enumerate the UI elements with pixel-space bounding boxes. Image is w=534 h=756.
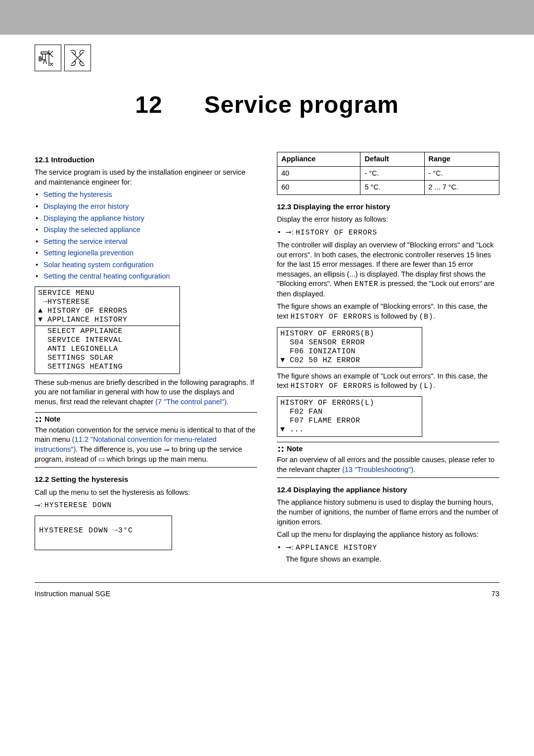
- note-icon: [35, 416, 42, 423]
- cmd-hysterese: HYSTERESE DOWN: [44, 501, 112, 509]
- lcd-service-bottom: SELECT APPLIANCE SERVICE INTERVAL ANTI L…: [38, 327, 123, 371]
- key-icon: ⊸: [164, 445, 170, 455]
- link-legionella[interactable]: Setting legionella prevention: [44, 249, 134, 257]
- link-solar[interactable]: Solar heating system configuration: [44, 261, 153, 269]
- apphist-p1: The appliance history submenu is used to…: [277, 498, 499, 527]
- errhist-desc: The controller will display an overview …: [277, 240, 499, 299]
- key-icon: ⊸: [286, 228, 292, 237]
- errhist-intro: Display the error history as follows:: [277, 215, 499, 225]
- note-label: Note: [287, 444, 303, 454]
- lcd-service-top: SERVICE MENU →HYSTERESE ▲ HISTORY OF ERR…: [38, 289, 128, 324]
- heading-12-3: 12.3 Displaying the error history: [277, 202, 499, 212]
- heading-12-1: 12.1 Introduction: [35, 155, 257, 165]
- link-hysteresis[interactable]: Setting the hysteresis: [44, 190, 112, 198]
- key-icon: ⊸: [35, 501, 41, 510]
- enter-label: ENTER: [355, 280, 379, 288]
- hysteresis-intro: Call up the menu to set the hysteresis a…: [35, 488, 257, 498]
- th-appliance: Appliance: [277, 152, 360, 167]
- list-item: Solar heating system configuration: [35, 260, 257, 270]
- table-row: Appliance Default Range: [277, 152, 499, 167]
- content-columns: 12.1 Introduction The service program is…: [0, 148, 534, 582]
- list-item: Setting the hysteresis: [35, 190, 257, 200]
- errhist-lock-desc: The figure shows an example of "Lock out…: [277, 372, 499, 391]
- button-icon: ▭: [98, 455, 105, 464]
- list-item: Displaying the error history: [35, 202, 257, 212]
- list-item: ⊸: HISTORY OF ERRORS: [277, 228, 499, 238]
- th-range: Range: [424, 152, 499, 167]
- heading-12-4: 12.4 Displaying the appliance history: [277, 485, 499, 495]
- chapter-name: Service program: [204, 92, 399, 118]
- chapter-title: 12 Service program: [0, 91, 534, 118]
- note-notation: Note The notation convention for the ser…: [35, 412, 257, 468]
- table-row: 40 - °C. - °C.: [277, 166, 499, 181]
- errhist-block-desc: The figure shows an example of "Blocking…: [277, 302, 499, 322]
- list-item: Setting the central heating configuratio…: [35, 272, 257, 282]
- left-column: 12.1 Introduction The service program is…: [35, 148, 257, 567]
- note-label: Note: [44, 415, 60, 425]
- link-selected-appliance[interactable]: Display the selected appliance: [44, 226, 140, 234]
- hysteresis-cmd: ⊸: HYSTERESE DOWN: [35, 500, 257, 511]
- table-row: 60 5 °C. 2 ... 7 °C.: [277, 181, 499, 195]
- note-icon: [277, 445, 284, 452]
- key-icon: ⊸: [286, 543, 292, 552]
- list-item: Setting the service interval: [35, 237, 257, 247]
- chapter-number: 12: [135, 92, 162, 118]
- list-item: ⊸: APPLIANCE HISTORY The figure shows an…: [277, 543, 499, 565]
- apphist-p2: Call up the menu for displaying the appl…: [277, 530, 499, 540]
- link-service-interval[interactable]: Setting the service interval: [44, 237, 128, 245]
- tools-icon: [64, 45, 91, 71]
- apphist-p3: The figure shows an example.: [286, 553, 499, 565]
- footer-title: Instruction manual SGE: [35, 590, 110, 598]
- errhist-cmd-list: ⊸: HISTORY OF ERRORS: [277, 228, 499, 238]
- cmd-history: HISTORY OF ERRORS: [296, 229, 377, 236]
- intro-link-list: Setting the hysteresis Displaying the er…: [35, 190, 257, 282]
- tap-svg: [38, 48, 58, 68]
- lcd-errors-b: HISTORY OF ERRORS(B) S04 SENSOR ERROR F0…: [277, 327, 422, 368]
- right-column: Appliance Default Range 40 - °C. - °C. 6…: [277, 148, 499, 567]
- lcd-divider: [35, 326, 179, 326]
- list-item: Setting legionella prevention: [35, 248, 257, 258]
- page-number: 73: [491, 590, 499, 598]
- link-appliance-history[interactable]: Displaying the appliance history: [44, 214, 144, 222]
- category-icons: [0, 35, 534, 76]
- intro-paragraph: The service program is used by the insta…: [35, 168, 257, 187]
- appliance-table: Appliance Default Range 40 - °C. - °C. 6…: [277, 152, 499, 195]
- plumbing-icon: [35, 45, 61, 71]
- list-item: Displaying the appliance history: [35, 214, 257, 224]
- link-heating[interactable]: Setting the central heating configuratio…: [44, 272, 170, 280]
- lcd-errors-l: HISTORY OF ERRORS(L) F02 FAN F07 FLAME E…: [277, 396, 422, 437]
- page-footer: Instruction manual SGE 73: [35, 582, 499, 608]
- th-default: Default: [360, 152, 424, 167]
- note-errors: Note For an overview of all errors and t…: [277, 442, 499, 478]
- lcd-hysterese: HYSTERESE DOWN →3°C: [35, 516, 172, 550]
- header-bar: [0, 0, 534, 35]
- cmd-appliance-history: APPLIANCE HISTORY: [296, 544, 377, 552]
- lcd-service-menu: SERVICE MENU →HYSTERESE ▲ HISTORY OF ERR…: [35, 286, 180, 374]
- note-heading: Note: [35, 415, 60, 425]
- submenu-description: These sub-menus are briefly described in…: [35, 378, 257, 407]
- wrench-svg: [68, 48, 88, 68]
- list-item: Display the selected appliance: [35, 225, 257, 235]
- link-troubleshooting[interactable]: (13 "Troubleshooting"): [342, 466, 413, 473]
- link-error-history[interactable]: Displaying the error history: [44, 202, 129, 210]
- apphist-cmd-list: ⊸: APPLIANCE HISTORY The figure shows an…: [277, 543, 499, 565]
- link-control-panel[interactable]: (7 "The control panel"): [155, 398, 226, 406]
- heading-12-2: 12.2 Setting the hysteresis: [35, 474, 257, 484]
- note-body: For an overview of all errors and the po…: [277, 455, 499, 474]
- note-body: The notation convention for the service …: [35, 425, 257, 464]
- note-heading: Note: [277, 444, 303, 454]
